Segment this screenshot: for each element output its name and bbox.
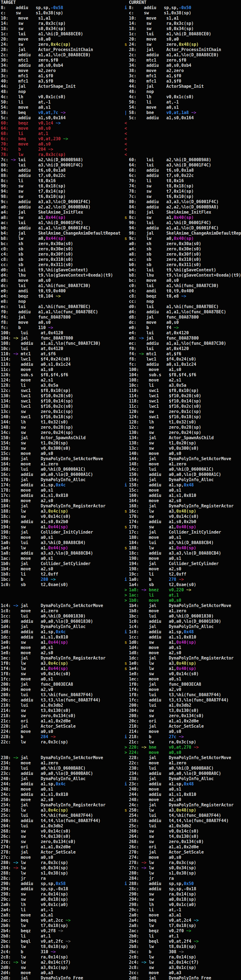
asm-row: 118: addiu a0,s1,0x1c24fc: addiu a0,s1,0…	[0, 362, 241, 367]
target-line: 254: jal DynaPolyInfo_RegisterActor	[0, 802, 124, 808]
diff-marker	[124, 514, 129, 519]
diff-marker	[124, 635, 129, 640]
current-line: 100: move a1,s0	[129, 367, 241, 372]
diff-marker	[124, 446, 129, 451]
current-line: 168: jal DynaPolyInfo_RegisterActor	[129, 504, 241, 509]
current-line: c0: lui a1,%hi(func_80A87C30)	[129, 283, 241, 288]
current-line: 298: lh v0,0x1c(a0)	[129, 902, 241, 907]
asm-row: 180: move a2,s0164: move a2,s0	[0, 498, 241, 504]
diff-marker	[124, 687, 129, 692]
target-line: 118: addiu a0,s1,0x1c24	[0, 362, 124, 367]
target-line: 2cc: ~> lw a2,0x14c(t7)	[0, 960, 124, 965]
target-line: 6c: beq v0,at,230 ~>	[0, 136, 124, 142]
diff-marker: s	[124, 661, 129, 666]
current-line: 228: jal DynaPolyInfo_SetActorMove	[129, 755, 241, 760]
asm-row: 12c: swc1 $f8,0x10(sp)110: swc1 $f8,0x10…	[0, 388, 241, 393]
asm-row: 2b8: li at,12b0: li at,1	[0, 934, 241, 939]
target-line: 234: move a1,zero	[0, 760, 124, 766]
current-line: 288: addiu sp,sp,0x50	[129, 881, 241, 886]
current-line: 208: sw zero,0x134(s0)	[129, 713, 241, 719]
target-line: 70: move a0,s0	[0, 142, 124, 147]
diff-marker	[124, 362, 129, 367]
diff-marker	[124, 283, 129, 288]
diff-marker	[124, 294, 129, 299]
target-line: 128: li a3,0x5a	[0, 383, 124, 388]
asm-row: 138: lwc1 $f16,0x2c(s0)11c: lwc1 $f16,0x…	[0, 404, 241, 409]
diff-marker	[124, 876, 129, 881]
target-line: 14: sw ra,0x3c(sp)	[0, 21, 124, 26]
diff-marker	[124, 792, 129, 797]
asm-row: 11c: move a1,s0100: move a1,s0	[0, 367, 241, 372]
asm-row: 34: addiu a0,s0,0xb434: addiu a0,s0,0xb4	[0, 63, 241, 68]
current-line: 2bc: b 308 ~>	[129, 949, 241, 955]
current-line: 178: sw a1,0x40(sp)	[129, 525, 241, 530]
target-line: 40: mfc1 a3,$f0	[0, 79, 124, 84]
current-line: 10: move s1,a1	[129, 16, 241, 21]
asm-row: fc: b 110 ~>e0: b f4 ~>	[0, 325, 241, 331]
current-line: d4: addiu a1,a1,%lo(func_80A87BEC)	[129, 309, 241, 315]
current-line: ac: sb zero,0x310(s0)	[129, 257, 241, 262]
target-line: 204: move a2,v0	[0, 687, 124, 692]
target-line: 2c8: lw ra,0x14(sp)	[0, 955, 124, 960]
asm-row: 1dc: addiu a1,s1,0x8101cc: addiu a1,s1,0…	[0, 635, 241, 640]
asm-row: 2c4: b 310 ~>2bc: b 308 ~>	[0, 949, 241, 955]
current-line: 234: addiu a0,a0,%lo(D_0600BA8C)	[129, 771, 241, 776]
target-line: 1c: lui a1,%hi(D_80A88CE0)	[0, 32, 124, 37]
current-line: 118: swc1 $f10,0x14(sp)	[129, 399, 241, 404]
target-line: 16c: addiu a0,a0,%lo(D_06000A1C)	[0, 472, 124, 477]
diff-marker	[124, 708, 129, 713]
target-line: 230: ~> jal DynaPolyInfo_SetActorMove	[0, 755, 124, 760]
diff-marker: <	[124, 131, 129, 136]
target-line: 238: lui a0,%hi(D_0600BA8C)	[0, 766, 124, 771]
current-line: f8: lwc1 $f4,0x24(s0)	[129, 357, 241, 362]
current-line: 13c: sw v0,0x300(s0)	[129, 446, 241, 451]
asm-row: 204: move a2,v01f4: move a2,v0	[0, 687, 241, 692]
asm-row: 50: li at,-150: li at,-1	[0, 100, 241, 105]
current-line: e4: lui at,0x4120	[129, 331, 241, 336]
asm-row: 98: sw t6,0x10(sp)7c: sw t6,0x10(sp)	[0, 194, 241, 199]
diff-marker	[124, 614, 129, 619]
target-line: 200: jal func_8003ECA8	[0, 682, 124, 687]
diff-marker	[124, 860, 129, 865]
current-line: 260: sw v0,0x14c(s0)	[129, 829, 241, 834]
target-line: 98: sw t6,0x10(sp)	[0, 194, 124, 199]
current-line: 1b8: move a1,zero	[129, 608, 241, 614]
diff-marker	[124, 105, 129, 110]
diff-rows: 8: addiu sp,sp,-0x58i8: addiu sp,sp,-0x5…	[0, 5, 241, 980]
diff-marker	[124, 740, 129, 745]
asm-row: 194: sw a1,0x44(sp)s178: sw a1,0x40(sp)	[0, 525, 241, 530]
asm-row: 2a8: move a3,a12a0: move a3,a1	[0, 913, 241, 918]
current-line: 15c: move a0,s1	[129, 488, 241, 493]
current-line: 2cc: move a0,a3	[129, 970, 241, 975]
target-line: 2a0: lh v0,0x1c(a0)	[0, 902, 124, 907]
asm-row: 1f0: lw a3,0x4c(sp)s1e0: lw a3,0x48(sp)	[0, 661, 241, 666]
asm-row: e4: beqz t0,104 ~>c8: beqz t0,e8 ~>	[0, 294, 241, 299]
target-line: 17c: addiu a1,s1,0x810	[0, 493, 124, 498]
current-line: 250: lw a3,0x48(sp)	[129, 808, 241, 813]
target-line: 188: lw a3,0x4c(sp)	[0, 509, 124, 514]
current-line: 244: addiu a1,s1,0x810	[129, 792, 241, 797]
diff-marker: i	[124, 781, 129, 787]
asm-row: 290: addiu sp,sp,0x58i288: addiu sp,sp,0…	[0, 881, 241, 886]
target-line: 168: lui a0,%hi(D_06000A1C)	[0, 467, 124, 472]
asm-row: 18: sw s0,0x34(sp)18: sw s0,0x34(sp)	[0, 26, 241, 32]
target-line: 28: jal Actor_ProcessInitChain	[0, 47, 124, 52]
asm-row: >1b0: move a0,s0	[0, 598, 241, 603]
asm-row: 130: lwc1 $f10,0x28(s0)114: lwc1 $f10,0x…	[0, 393, 241, 399]
current-line: 8c: sw a1,0x40(sp)	[129, 215, 241, 220]
target-line: 2d4: move a0,a3	[0, 970, 124, 975]
current-line: 134: jal Actor_SpawnAsChild	[129, 435, 241, 441]
asm-row: 14c: sw zero,0x24(sp)130: sw zero,0x24(s…	[0, 430, 241, 435]
asm-row: 140: swc1 $f16,0x18(sp)124: swc1 $f16,0x…	[0, 414, 241, 420]
diff-marker: <	[124, 121, 129, 126]
asm-row: f4: jal func_80A87800d8: jal func_80A878…	[0, 315, 241, 320]
diff-marker	[124, 199, 129, 205]
current-line: 90: lui a1,%hi(D_06001F4C)	[129, 220, 241, 226]
asm-row: 2b0: lw t7,0x18(sp)2a8: lw t7,0x18(sp)	[0, 923, 241, 928]
asm-row: 22c: lw ra,0x3c(sp)21c: lw ra,0x3c(sp)	[0, 740, 241, 745]
current-line: 1fc: addiu t3,t3,%lo(func_80A87F44)	[129, 698, 241, 703]
target-line: 13c: sw zero,0x1c(sp)	[0, 409, 124, 414]
asm-row: 1a8: addiu a3,a3,%lo(D_80A88CB4)18c: add…	[0, 551, 241, 556]
diff-marker	[124, 913, 129, 918]
target-line: 240: jal DynaPolyInfo_Alloc	[0, 776, 124, 781]
